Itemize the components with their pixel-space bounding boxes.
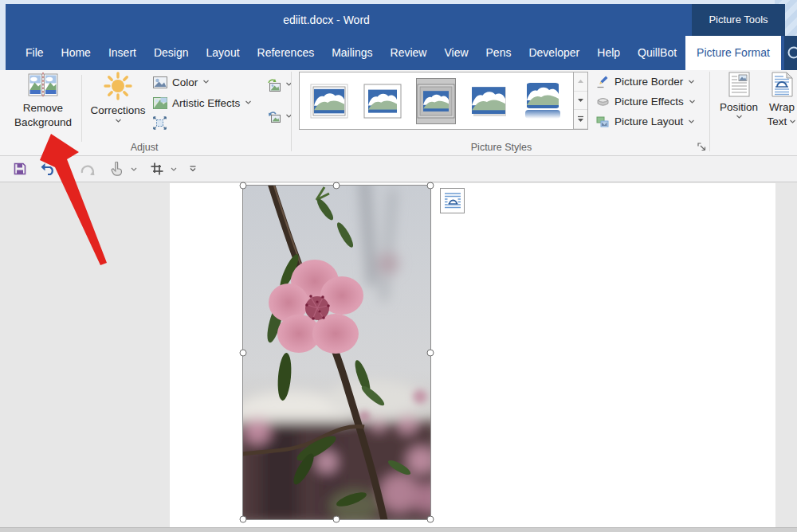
wrap-text-label-line1: Wrap bbox=[768, 100, 797, 115]
compress-pictures-button[interactable] bbox=[153, 113, 265, 132]
artistic-effects-button[interactable]: Artistic Effects bbox=[153, 92, 265, 113]
style-metal-frame[interactable] bbox=[417, 79, 455, 123]
redo-button-disabled[interactable] bbox=[77, 158, 99, 179]
crop-marks-icon bbox=[151, 162, 163, 175]
picture-layout-button[interactable]: Picture Layout bbox=[596, 111, 708, 131]
title-bar: ediitt.docx - Word Picture Tools bbox=[6, 4, 775, 36]
separator bbox=[81, 75, 82, 142]
redo-icon bbox=[80, 162, 95, 175]
chevron-down-icon bbox=[171, 167, 177, 171]
wrap-text-button[interactable]: Wrap Text bbox=[763, 72, 797, 129]
remove-background-button[interactable]: Remove Background bbox=[8, 72, 78, 143]
picture-effects-button[interactable]: Picture Effects bbox=[596, 92, 708, 111]
picture-styles-group: Picture Border Picture Effects bbox=[293, 70, 709, 155]
tab-mailings[interactable]: Mailings bbox=[323, 36, 381, 70]
resize-handle-middle-right[interactable] bbox=[427, 350, 434, 357]
resize-handle-top-left[interactable] bbox=[240, 182, 247, 190]
chevron-down-icon bbox=[736, 115, 743, 119]
gallery-scroll-up-button[interactable] bbox=[574, 72, 587, 92]
tab-design[interactable]: Design bbox=[145, 36, 198, 70]
tab-developer[interactable]: Developer bbox=[520, 36, 588, 70]
tab-pens[interactable]: Pens bbox=[477, 36, 520, 70]
style-reflected-rounded-rectangle[interactable] bbox=[524, 79, 562, 123]
ribbon: Remove Background Corrections bbox=[0, 70, 797, 156]
picture-styles-gallery bbox=[299, 72, 588, 130]
chevron-down-icon bbox=[789, 119, 796, 124]
change-picture-icon bbox=[266, 78, 281, 92]
remove-background-label-line2: Background bbox=[14, 115, 72, 130]
layout-options-icon bbox=[443, 191, 462, 210]
layout-options-button[interactable] bbox=[440, 188, 465, 213]
resize-handle-bottom-middle[interactable] bbox=[333, 516, 340, 523]
style-beveled-matte-white[interactable] bbox=[363, 79, 402, 123]
position-label: Position bbox=[720, 100, 758, 115]
adjust-group: Remove Background Corrections bbox=[6, 70, 290, 155]
style-drop-shadow-rectangle[interactable] bbox=[470, 79, 508, 123]
tab-view[interactable]: View bbox=[435, 36, 477, 70]
color-button[interactable]: Color bbox=[153, 72, 265, 92]
tab-picture-format[interactable]: Picture Format bbox=[685, 36, 781, 70]
tab-help[interactable]: Help bbox=[588, 36, 629, 70]
touch-mouse-mode-button[interactable] bbox=[105, 158, 128, 179]
chevron-down-icon bbox=[689, 100, 696, 104]
picture-styles-group-label: Picture Styles bbox=[293, 142, 709, 153]
resize-handle-middle-left[interactable] bbox=[240, 350, 247, 357]
tab-review[interactable]: Review bbox=[382, 36, 436, 70]
adjust-stack: Color Artistic Effects bbox=[153, 72, 265, 132]
color-icon bbox=[153, 76, 167, 88]
tab-references[interactable]: References bbox=[249, 36, 324, 70]
resize-handle-top-right[interactable] bbox=[427, 182, 434, 190]
tab-insert[interactable]: Insert bbox=[100, 36, 145, 70]
crop-marks-button[interactable] bbox=[147, 158, 167, 179]
tab-layout[interactable]: Layout bbox=[198, 36, 249, 70]
resize-handle-bottom-right[interactable] bbox=[427, 516, 434, 523]
wrap-text-icon bbox=[771, 72, 793, 97]
picture-border-button[interactable]: Picture Border bbox=[596, 72, 708, 92]
arrange-group: Position Wrap bbox=[712, 70, 797, 155]
touch-pointer-icon bbox=[110, 162, 123, 176]
tab-home[interactable]: Home bbox=[53, 36, 100, 70]
window-bottom-edge bbox=[0, 527, 797, 532]
tab-file[interactable]: File bbox=[17, 36, 53, 70]
customize-toolbar-icon bbox=[189, 166, 197, 172]
artistic-effects-label: Artistic Effects bbox=[172, 97, 240, 109]
picture-effects-label: Picture Effects bbox=[614, 96, 684, 108]
customize-toolbar-button[interactable] bbox=[185, 158, 201, 179]
gallery-more-button[interactable] bbox=[574, 110, 587, 129]
reset-picture-icon bbox=[266, 110, 281, 123]
compress-pictures-icon bbox=[153, 116, 167, 130]
crop-marks-dropdown[interactable] bbox=[167, 158, 180, 179]
picture-styles-dialog-launcher[interactable] bbox=[696, 141, 707, 152]
picture-styles-stack: Picture Border Picture Effects bbox=[596, 72, 708, 131]
smartart-layout-icon bbox=[596, 115, 610, 128]
save-button[interactable] bbox=[10, 158, 30, 179]
chevron-down-icon bbox=[688, 119, 695, 124]
tab-quillbot[interactable]: QuillBot bbox=[629, 36, 685, 70]
style-simple-frame-white[interactable] bbox=[310, 79, 348, 123]
picture-border-label: Picture Border bbox=[614, 76, 683, 88]
chevron-down-icon bbox=[115, 119, 122, 123]
chevron-down-icon bbox=[202, 80, 210, 84]
quick-access-toolbar bbox=[0, 156, 797, 182]
position-button[interactable]: Position bbox=[717, 72, 761, 119]
selected-picture[interactable] bbox=[243, 186, 430, 519]
chevron-down-icon bbox=[62, 167, 69, 171]
corrections-button[interactable]: Corrections bbox=[84, 72, 151, 143]
undo-dropdown[interactable] bbox=[59, 158, 72, 179]
gallery-scrollbar bbox=[573, 72, 587, 129]
chevron-down-icon bbox=[688, 80, 695, 84]
pen-border-icon bbox=[596, 75, 610, 88]
undo-button[interactable] bbox=[37, 158, 59, 179]
touch-mode-dropdown[interactable] bbox=[128, 158, 140, 179]
resize-handle-top-middle[interactable] bbox=[333, 182, 340, 190]
chevron-down-icon bbox=[131, 167, 137, 171]
effects-3d-icon bbox=[596, 95, 610, 108]
position-icon bbox=[728, 72, 750, 97]
artistic-effects-icon bbox=[153, 97, 167, 109]
picture-layout-label: Picture Layout bbox=[614, 115, 683, 127]
dialog-launcher-icon bbox=[697, 143, 706, 151]
gallery-scroll-down-button[interactable] bbox=[574, 92, 587, 111]
save-icon bbox=[14, 162, 26, 175]
partial-circle-icon bbox=[787, 45, 797, 60]
resize-handle-bottom-left[interactable] bbox=[240, 516, 247, 523]
